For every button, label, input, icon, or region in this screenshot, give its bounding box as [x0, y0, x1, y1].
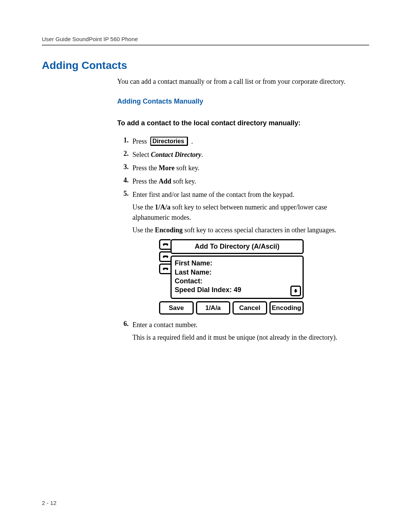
step-number: 6. — [117, 320, 132, 328]
field-contact: Contact: — [175, 277, 299, 286]
step-text: Press — [132, 137, 149, 145]
intro-paragraph: You can add a contact manually or from a… — [117, 77, 362, 86]
step-text: Press the — [132, 164, 159, 172]
step-text: . — [201, 151, 203, 158]
softkey-encoding: Encoding — [269, 301, 304, 315]
step-number: 4. — [117, 176, 132, 184]
running-header: User Guide SoundPoint IP 560 Phone — [42, 36, 369, 42]
field-first-name: First Name: — [175, 259, 299, 268]
phone-screen-body: First Name: Last Name: Contact: Speed Di… — [170, 256, 304, 299]
header-rule — [42, 45, 369, 46]
step-text: . — [191, 137, 193, 145]
task-title: To add a contact to the local contact di… — [117, 119, 362, 127]
step-bold: Add — [159, 177, 171, 185]
step-number: 5. — [117, 190, 132, 198]
step-bold: More — [159, 164, 175, 172]
field-sdi-label: Speed Dial Index: — [175, 286, 234, 294]
step-number: 3. — [117, 163, 132, 171]
step-2: 2. Select Contact Directory. — [117, 150, 362, 160]
step-text: soft key to access special characters in… — [183, 226, 336, 234]
step-text: Enter first and/or last name of the cont… — [132, 191, 294, 198]
step-text: soft key. — [176, 164, 199, 172]
step-text: This is a required field and it must be … — [132, 332, 362, 343]
step-number: 2. — [117, 150, 132, 158]
step-3: 3. Press the More soft key. — [117, 163, 362, 173]
page-number: 2 - 12 — [42, 500, 56, 506]
field-last-name: Last Name: — [175, 268, 299, 277]
step-text: Enter a contact number. — [132, 321, 198, 329]
phone-softkey-row: Save 1/A/a Cancel Encoding — [159, 301, 304, 315]
step-number: 1. — [117, 136, 132, 144]
step-bold: 1/A/a — [155, 203, 170, 211]
field-sdi-value: 49 — [234, 286, 241, 294]
phone-tab-icon — [159, 251, 170, 262]
section-title: Adding Contacts — [42, 59, 369, 72]
step-emphasis: Contact Directory — [151, 151, 201, 158]
phone-tab-icon — [159, 239, 170, 250]
step-4: 4. Press the Add soft key. — [117, 176, 362, 187]
softkey-save: Save — [159, 301, 194, 315]
phone-left-tabs — [159, 239, 170, 299]
phone-screen-illustration: Add To Directory (A/Ascii) First Name: L… — [159, 239, 304, 315]
step-text: Use the — [132, 226, 155, 234]
step-text: soft key. — [173, 177, 196, 185]
phone-screen-title: Add To Directory (A/Ascii) — [170, 239, 304, 254]
step-5: 5. Enter first and/or last name of the c… — [117, 190, 362, 317]
subsection-title: Adding Contacts Manually — [117, 97, 362, 105]
step-text: Use the — [132, 203, 155, 211]
directories-button-icon: Directories — [150, 137, 188, 146]
step-text: Select — [132, 151, 151, 158]
scroll-down-icon — [290, 286, 301, 296]
softkey-cancel: Cancel — [233, 301, 267, 315]
step-6: 6. Enter a contact number. This is a req… — [117, 320, 362, 343]
step-1: 1. Press Directories . — [117, 136, 362, 147]
step-list: 1. Press Directories . 2. Select Contact… — [117, 136, 362, 343]
phone-tab-icon — [159, 264, 170, 274]
step-bold: Encoding — [155, 226, 183, 234]
softkey-mode: 1/A/a — [196, 301, 231, 315]
step-text: Press the — [132, 177, 159, 185]
